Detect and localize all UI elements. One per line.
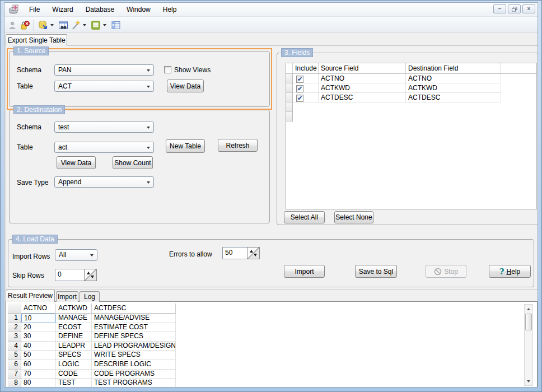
row-number[interactable]: 7 — [8, 370, 21, 379]
menu-file[interactable]: File — [23, 4, 46, 15]
tab-export-single-table[interactable]: Export Single Table — [6, 34, 67, 46]
include-checkbox[interactable]: ✔ — [296, 85, 303, 92]
cell-actno[interactable]: 60 — [21, 360, 56, 370]
destination-field-cell[interactable]: ACTDESC — [406, 93, 501, 102]
preview-col-actno: ACTNO — [21, 304, 56, 314]
cell-actdesc[interactable]: TEST PROGRAMS — [92, 379, 176, 388]
include-checkbox[interactable]: ✔ — [296, 95, 303, 102]
menu-window[interactable]: Window — [120, 4, 157, 15]
cell-actdesc[interactable]: MANAGE/ADVISE — [92, 314, 176, 323]
minimize-button[interactable]: – — [493, 4, 506, 13]
fields-row: ✔ ACTKWD ACTKWD — [286, 83, 536, 93]
menu-database[interactable]: Database — [80, 4, 120, 15]
cell-actkwd[interactable]: TEST — [56, 379, 92, 388]
cascade-dropdown-icon[interactable] — [102, 19, 108, 31]
cell-actdesc[interactable]: WRITE SPECS — [92, 351, 176, 360]
help-button[interactable]: ? Help — [489, 265, 531, 278]
cell-actkwd[interactable]: DEFINE — [56, 332, 92, 342]
row-number[interactable]: 2 — [8, 323, 21, 333]
scrollbar-thumb[interactable] — [525, 314, 532, 330]
errors-to-allow-stepper[interactable] — [247, 247, 260, 259]
cell-actdesc[interactable]: DESCRIBE LOGIC — [92, 360, 176, 370]
dest-schema-select[interactable]: test — [54, 122, 154, 133]
fields-grid: Include Source Field Destination Field ✔… — [286, 63, 537, 209]
dest-table-value: act — [58, 143, 67, 151]
window-cascade-icon[interactable] — [90, 19, 102, 31]
menu-help[interactable]: Help — [157, 4, 183, 15]
destination-field-cell[interactable]: ACTNO — [406, 74, 501, 83]
new-table-button[interactable]: New Table — [166, 139, 205, 153]
dest-view-data-button[interactable]: View Data — [57, 156, 96, 169]
cell-actdesc[interactable]: CODE PROGRAMS — [92, 370, 176, 379]
import-rows-select[interactable]: All — [55, 249, 97, 261]
tab-result-preview[interactable]: Result Preview — [6, 290, 55, 302]
select-none-button[interactable]: Select None — [334, 211, 373, 223]
wizard-dropdown-icon[interactable] — [82, 19, 87, 31]
save-type-select[interactable]: Append — [54, 176, 154, 188]
cell-actdesc[interactable]: LEAD PROGRAM/DESIGN — [92, 342, 176, 351]
cell-actkwd[interactable]: CODE — [56, 370, 92, 379]
save-to-sql-button[interactable]: Save to Sql — [355, 265, 397, 278]
disconnect-key-icon[interactable] — [18, 19, 31, 31]
source-field-cell[interactable]: ACTNO — [319, 74, 406, 83]
row-number[interactable]: 8 — [8, 379, 21, 388]
cell-actkwd[interactable]: MANAGE — [56, 314, 92, 323]
view-table-icon[interactable] — [57, 19, 69, 31]
cell-actno[interactable]: 40 — [21, 342, 56, 351]
tab-log[interactable]: Log — [80, 291, 100, 302]
cell-actkwd[interactable]: LEADPR — [56, 342, 92, 351]
import-rows-label: Import Rows — [12, 253, 50, 260]
menu-wizard[interactable]: Wizard — [46, 4, 79, 15]
stop-icon — [434, 268, 442, 276]
vertical-scrollbar[interactable] — [524, 304, 533, 386]
tab-import[interactable]: Import — [56, 291, 78, 302]
import-button[interactable]: Import — [284, 265, 325, 278]
row-selector[interactable] — [286, 102, 293, 112]
cell-actno[interactable]: 10 — [21, 314, 56, 323]
scroll-up-icon[interactable] — [525, 305, 532, 313]
cell-actdesc[interactable]: ESTIMATE COST — [92, 323, 176, 333]
row-number[interactable]: 3 — [8, 332, 21, 342]
cell-actno[interactable]: 30 — [21, 332, 56, 342]
restore-button[interactable] — [508, 4, 521, 13]
cell-actkwd[interactable]: LOGIC — [56, 360, 92, 370]
row-number[interactable]: 1 — [8, 314, 21, 323]
cell-actdesc[interactable]: DEFINE SPECS — [92, 332, 176, 342]
row-selector[interactable] — [286, 83, 293, 93]
row-number[interactable]: 6 — [8, 360, 21, 370]
skip-rows-input[interactable]: 0 — [55, 269, 85, 281]
row-selector[interactable] — [286, 93, 293, 102]
cell-actno[interactable]: 20 — [21, 323, 56, 333]
row-number[interactable]: 4 — [8, 342, 21, 351]
wizard-wand-icon[interactable] — [69, 19, 82, 31]
stop-button[interactable]: Stop — [426, 265, 466, 278]
skip-rows-stepper[interactable] — [84, 269, 97, 281]
dest-table-select[interactable]: act — [54, 142, 154, 153]
include-cell[interactable]: ✔ — [293, 93, 319, 102]
row-selector[interactable] — [286, 74, 293, 83]
export-dropdown-icon[interactable] — [49, 19, 55, 31]
scroll-down-icon[interactable] — [525, 377, 532, 385]
source-field-cell[interactable]: ACTDESC — [319, 93, 406, 102]
show-count-button[interactable]: Show Count — [113, 156, 153, 169]
include-checkbox[interactable]: ✔ — [296, 76, 303, 83]
include-cell[interactable]: ✔ — [293, 74, 319, 83]
export-database-icon[interactable] — [37, 19, 49, 31]
errors-to-allow-input[interactable]: 50 — [222, 247, 247, 259]
grid-list-icon[interactable] — [110, 19, 122, 31]
cell-actno[interactable]: 80 — [21, 379, 56, 388]
cell-actno[interactable]: 50 — [21, 351, 56, 360]
row-number[interactable]: 5 — [8, 351, 21, 360]
refresh-button[interactable]: Refresh — [218, 139, 258, 152]
row-selector[interactable] — [286, 112, 293, 122]
select-all-button[interactable]: Select All — [284, 211, 325, 223]
cell-actkwd[interactable]: SPECS — [56, 351, 92, 360]
include-cell[interactable]: ✔ — [293, 83, 319, 93]
user-icon[interactable] — [6, 19, 18, 31]
menu-bar: File Wizard Database Window Help – × — [4, 3, 538, 17]
cell-actkwd[interactable]: ECOST — [56, 323, 92, 333]
cell-actno[interactable]: 70 — [21, 370, 56, 379]
source-field-cell[interactable]: ACTKWD — [319, 83, 406, 93]
destination-field-cell[interactable]: ACTKWD — [406, 83, 501, 93]
close-button[interactable]: × — [522, 4, 535, 13]
